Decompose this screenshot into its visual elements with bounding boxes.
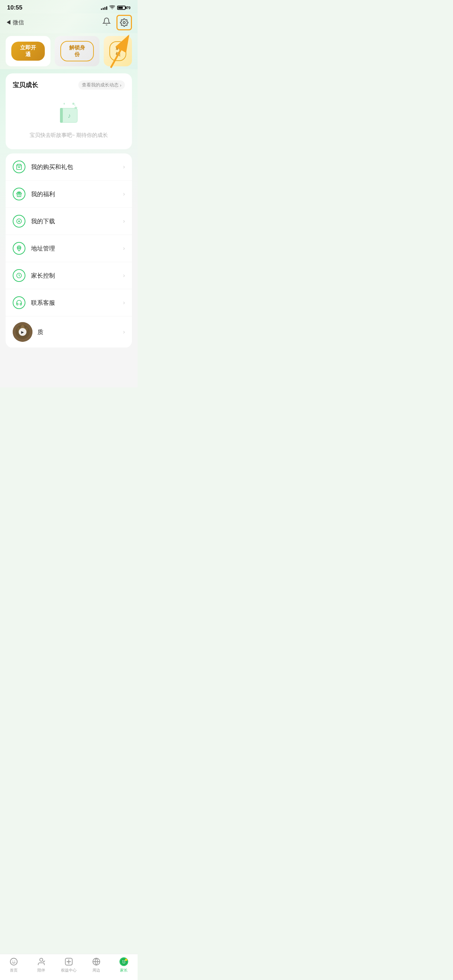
baby-growth-empty-text: 宝贝快去听故事吧~ 期待你的成长	[30, 132, 108, 138]
baby-growth-body: ♪ 宝贝快去听故事吧~ 期待你的成长	[13, 94, 125, 142]
clock-icon	[13, 269, 25, 282]
download-icon	[13, 215, 25, 228]
headphone-icon	[13, 296, 25, 309]
banner-card-1: 立即开通	[6, 36, 51, 66]
view-growth-link[interactable]: 查看我的成长动态 ›	[78, 80, 125, 90]
bag-icon	[13, 161, 25, 173]
wifi-icon	[110, 5, 115, 11]
svg-point-0	[123, 22, 125, 24]
location-icon	[13, 242, 25, 255]
chevron-right-icon: ›	[123, 218, 125, 224]
purchase-label: 我的购买和礼包	[31, 163, 123, 171]
playing-thumbnail: ▶	[13, 322, 32, 342]
menu-card: 我的购买和礼包 › 我的福利 ›	[6, 153, 132, 348]
unlock-button[interactable]: 解锁	[110, 41, 126, 61]
svg-point-4	[74, 104, 75, 106]
status-bar: 10:55 79	[0, 0, 138, 13]
page-wrapper: 10:55 79	[0, 0, 138, 387]
chevron-right-icon: ›	[123, 245, 125, 251]
svg-point-3	[72, 103, 75, 105]
battery-indicator: 79	[117, 6, 130, 10]
status-icons: 79	[101, 5, 130, 11]
book-illustration: ♪	[53, 97, 85, 129]
welfare-label: 我的福利	[31, 190, 123, 198]
service-label: 联系客服	[31, 299, 123, 307]
signal-bars-icon	[101, 6, 107, 10]
baby-growth-header: 宝贝成长 查看我的成长动态 ›	[13, 80, 125, 90]
parental-label: 家长控制	[31, 272, 123, 280]
status-time: 10:55	[7, 4, 22, 11]
battery-text: 79	[126, 6, 130, 10]
back-button[interactable]: ◀ 微信	[6, 19, 24, 27]
chevron-right-icon: ›	[123, 299, 125, 306]
address-label: 地址管理	[31, 245, 123, 253]
gift-icon	[13, 188, 25, 200]
menu-item-welfare[interactable]: 我的福利 ›	[6, 181, 132, 208]
banner-card-3: 解锁	[104, 36, 132, 66]
banner-section: 立即开通 解锁身份 解锁	[0, 33, 138, 69]
menu-item-playing[interactable]: ▶ 质 ›	[6, 317, 132, 348]
main-content: 宝贝成长 查看我的成长动态 ›	[0, 69, 138, 352]
notification-bell-icon[interactable]	[102, 17, 111, 28]
chevron-right-icon: ›	[120, 83, 121, 88]
nav-bar: ◀ 微信	[0, 13, 138, 33]
play-button-icon[interactable]: ▶	[19, 328, 27, 336]
baby-growth-card: 宝贝成长 查看我的成长动态 ›	[6, 73, 132, 149]
svg-point-15	[19, 247, 19, 248]
baby-growth-title: 宝贝成长	[13, 81, 38, 89]
menu-item-parental[interactable]: 家长控制 ›	[6, 262, 132, 289]
svg-rect-7	[60, 108, 63, 123]
immediate-open-button[interactable]: 立即开通	[11, 41, 45, 60]
playing-quality-label: 质	[37, 328, 123, 336]
menu-item-address[interactable]: 地址管理 ›	[6, 235, 132, 262]
chevron-right-icon: ›	[123, 191, 125, 197]
download-label: 我的下载	[31, 217, 123, 226]
menu-item-service[interactable]: 联系客服 ›	[6, 289, 132, 317]
chevron-right-icon: ›	[123, 164, 125, 170]
banner-card-2: 解锁身份	[55, 36, 100, 66]
settings-gear-icon[interactable]	[116, 15, 132, 30]
menu-item-download[interactable]: 我的下载 ›	[6, 208, 132, 235]
chevron-right-icon: ›	[123, 329, 125, 335]
menu-item-purchase[interactable]: 我的购买和礼包 ›	[6, 153, 132, 181]
unlock-identity-button[interactable]: 解锁身份	[60, 41, 94, 61]
nav-right-container	[102, 15, 132, 30]
chevron-right-icon: ›	[123, 272, 125, 279]
svg-point-10	[19, 167, 20, 167]
svg-text:♪: ♪	[68, 112, 71, 119]
